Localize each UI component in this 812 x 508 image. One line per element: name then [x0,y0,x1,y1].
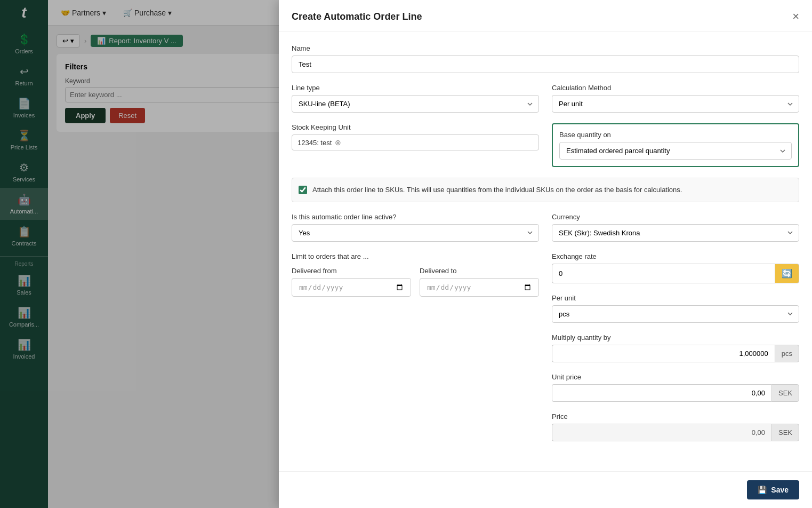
base-qty-label: Base quantity on [559,131,792,139]
delivered-from-input[interactable] [292,278,411,297]
sku-input-wrapper[interactable]: 12345: test ⊗ [292,134,539,150]
exchange-rate-input[interactable] [552,264,775,283]
refresh-rate-button[interactable]: 🔄 [775,264,799,283]
price-row: SEK [552,424,799,441]
modal-footer: 💾 Save [279,471,812,508]
name-input[interactable] [292,55,799,73]
active-group: Is this automatic order line active? Yes… [292,213,539,242]
limit-group: Limit to orders that are ... Delivered f… [292,252,539,297]
delivered-to-label: Delivered to [420,267,539,275]
sku-remove-button[interactable]: ⊗ [335,138,341,147]
active-col: Is this automatic order line active? Yes… [292,213,539,452]
price-group: Price SEK [552,412,799,441]
currency-label: Currency [552,213,799,221]
sku-tag: 12345: test ⊗ [298,138,341,147]
multiply-row: pcs [552,345,799,362]
price-label: Price [552,412,799,420]
calc-method-select[interactable]: Per unit Per order Per shipment [552,95,799,113]
limit-label: Limit to orders that are ... [292,252,539,260]
price-input [552,424,771,441]
modal-body: Name Line type SKU-line (BETA) Fixed lin… [279,31,812,471]
exchange-rate-row: 🔄 [552,264,799,283]
save-icon: 💾 [758,486,767,494]
sku-attach-label: Attach this order line to SKUs. This wil… [312,185,682,195]
exchange-rate-group: Exchange rate 🔄 [552,252,799,283]
multiply-label: Multiply quantity by [552,334,799,342]
delivered-row: Delivered from Delivered to [292,267,539,297]
delivered-to-input[interactable] [420,278,539,297]
line-type-select[interactable]: SKU-line (BETA) Fixed line Percentage li… [292,95,539,113]
calc-method-group: Calculation Method Per unit Per order Pe… [552,84,799,113]
active-label: Is this automatic order line active? [292,213,539,221]
line-type-col: Line type SKU-line (BETA) Fixed line Per… [292,84,539,123]
per-unit-select[interactable]: pcs kg l [552,305,799,323]
unit-price-group: Unit price SEK [552,373,799,402]
sku-group: Stock Keeping Unit 12345: test ⊗ [292,123,539,150]
line-type-group: Line type SKU-line (BETA) Fixed line Per… [292,84,539,113]
multiply-input[interactable] [552,345,775,362]
refresh-icon: 🔄 [782,268,792,279]
modal-title: Create Automatic Order Line [292,11,422,22]
name-label: Name [292,44,799,52]
sku-tag-text: 12345: test [298,139,332,147]
per-unit-group: Per unit pcs kg l [552,294,799,323]
exchange-rate-label: Exchange rate [552,252,799,260]
delivered-from-label: Delivered from [292,267,411,275]
price-currency: SEK [771,424,799,441]
sku-base-row: Stock Keeping Unit 12345: test ⊗ Base qu… [292,123,799,178]
per-unit-label: Per unit [552,294,799,302]
unit-price-row: SEK [552,384,799,402]
currency-select[interactable]: SEK (Skr): Swedish Krona EUR USD [552,224,799,242]
line-type-row: Line type SKU-line (BETA) Fixed line Per… [292,84,799,123]
sku-attach-checkbox[interactable] [299,186,307,194]
calc-method-col: Calculation Method Per unit Per order Pe… [552,84,799,123]
multiply-unit-badge: pcs [775,345,799,362]
modal-close-button[interactable]: × [792,11,799,22]
unit-price-input[interactable] [552,384,771,402]
modal-header: Create Automatic Order Line × [279,0,812,31]
base-qty-select[interactable]: Estimated ordered parcel quantity Actual… [559,142,792,160]
line-type-label: Line type [292,84,539,92]
modal-overlay: Create Automatic Order Line × Name Line … [0,0,812,508]
sku-label: Stock Keeping Unit [292,123,539,131]
name-group: Name [292,44,799,73]
calc-method-label: Calculation Method [552,84,799,92]
currency-group: Currency SEK (Skr): Swedish Krona EUR US… [552,213,799,242]
checkbox-group: Attach this order line to SKUs. This wil… [292,178,799,202]
base-qty-col: Base quantity on Estimated ordered parce… [552,123,799,178]
right-col: Currency SEK (Skr): Swedish Krona EUR US… [552,213,799,452]
multiply-group: Multiply quantity by pcs [552,334,799,362]
save-label: Save [771,486,789,494]
active-select[interactable]: Yes No [292,224,539,242]
delivered-to-col: Delivered to [420,267,539,297]
modal: Create Automatic Order Line × Name Line … [279,0,812,508]
unit-price-currency: SEK [771,384,799,402]
base-qty-group: Base quantity on Estimated ordered parce… [552,123,799,167]
save-button[interactable]: 💾 Save [747,480,799,499]
sku-col: Stock Keeping Unit 12345: test ⊗ [292,123,539,178]
active-currency-row: Is this automatic order line active? Yes… [292,213,799,452]
unit-price-label: Unit price [552,373,799,381]
delivered-from-col: Delivered from [292,267,411,297]
